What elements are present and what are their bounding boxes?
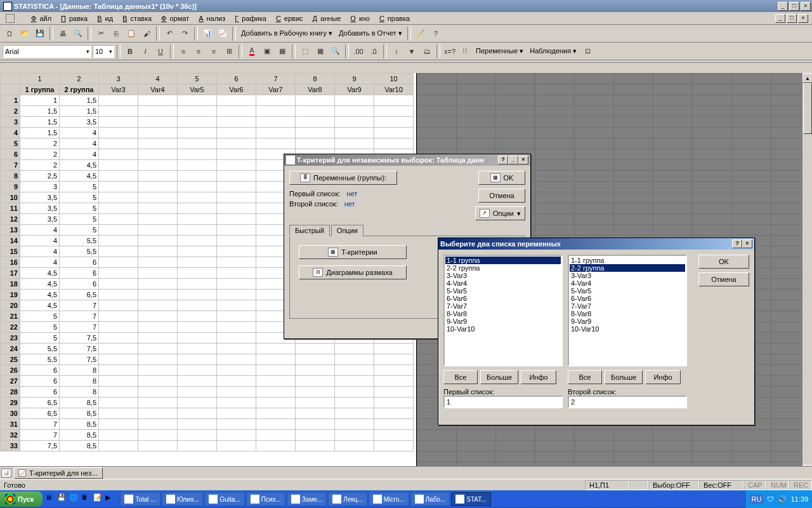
sort-icon[interactable]: ↕ bbox=[390, 44, 403, 58]
dialog2-cancel-button[interactable]: Отмена bbox=[698, 272, 749, 286]
decimal-inc-icon[interactable]: .00 bbox=[351, 44, 365, 58]
calc-icon[interactable]: 📊 bbox=[200, 27, 214, 41]
help-icon[interactable]: ? bbox=[429, 27, 443, 41]
var-list-2[interactable]: 1-1 группа2-2 группа3-Var34-Var45-Var56-… bbox=[568, 255, 687, 366]
ql-notes-icon[interactable]: 📝 bbox=[93, 493, 105, 505]
list-item[interactable]: 2-2 группа bbox=[570, 264, 685, 272]
list-item[interactable]: 1-1 группа bbox=[445, 257, 561, 264]
brush-icon[interactable]: 🖌 bbox=[140, 27, 154, 41]
dialog2-ok-button[interactable]: OK bbox=[698, 255, 749, 269]
dialog2-close-button[interactable]: × bbox=[742, 239, 752, 248]
ok-button[interactable]: ▦OK bbox=[478, 171, 525, 185]
new-icon[interactable]: 🗋 bbox=[3, 27, 16, 41]
task-button[interactable]: Псих... bbox=[246, 492, 285, 506]
add-report-button[interactable]: Добавить в Отчет ▾ bbox=[336, 29, 405, 37]
menu-справка[interactable]: Справка bbox=[373, 14, 413, 23]
fontsize-select[interactable]: 10 bbox=[93, 45, 114, 58]
paste-icon[interactable]: 📋 bbox=[124, 27, 138, 41]
list-item[interactable]: 9-Var9 bbox=[445, 318, 561, 325]
variables-button[interactable]: ≣ Переменные (группы): bbox=[289, 171, 397, 185]
close-button[interactable]: × bbox=[801, 2, 811, 11]
grid-icon[interactable]: ▦ bbox=[313, 44, 327, 58]
boxplot-button[interactable]: ⊟ Диаграммы размаха bbox=[299, 265, 407, 279]
list-item[interactable]: 5-Var5 bbox=[445, 287, 561, 295]
variables-menu[interactable]: Переменные ▾ bbox=[473, 47, 526, 55]
decimal-dec-icon[interactable]: .0 bbox=[367, 44, 381, 58]
cancel-button[interactable]: Отмена bbox=[478, 189, 525, 203]
filter-icon[interactable]: ▼ bbox=[405, 44, 419, 58]
menu-анализ[interactable]: Анализ bbox=[192, 14, 228, 23]
mdi-tab[interactable]: 📈 T-критерий для нез... bbox=[14, 467, 103, 479]
chart-icon[interactable]: 📈 bbox=[216, 27, 230, 41]
menu-вставка[interactable]: Вставка bbox=[116, 14, 155, 23]
list-item[interactable]: 4-Var4 bbox=[445, 279, 561, 287]
save-icon[interactable]: 💾 bbox=[33, 27, 47, 41]
misc1-icon[interactable]: x=? bbox=[443, 44, 457, 58]
tray-icon2[interactable]: 🔊 bbox=[778, 495, 787, 504]
task-button[interactable]: Лекц... bbox=[328, 492, 367, 506]
undo-icon[interactable]: ↶ bbox=[162, 27, 176, 41]
second-list-input[interactable] bbox=[568, 396, 687, 408]
menu-файл[interactable]: Файл bbox=[25, 14, 55, 23]
start-button[interactable]: Пуск bbox=[0, 491, 43, 507]
fillcolor-icon[interactable]: ▣ bbox=[260, 44, 274, 58]
eraser-icon[interactable]: 🧹 bbox=[414, 27, 428, 41]
bold-icon[interactable]: B bbox=[123, 44, 137, 58]
list2-all-button[interactable]: Все bbox=[568, 370, 602, 384]
list-item[interactable]: 2-2 группа bbox=[445, 264, 561, 272]
redo-icon[interactable]: ↷ bbox=[178, 27, 192, 41]
list-item[interactable]: 3-Var3 bbox=[570, 272, 685, 279]
list-item[interactable]: 10-Var10 bbox=[445, 325, 561, 333]
font-select[interactable]: Arial bbox=[3, 45, 91, 58]
list-item[interactable]: 8-Var8 bbox=[570, 310, 685, 318]
dialog-collapse-button[interactable]: _ bbox=[508, 156, 518, 164]
options-button[interactable]: ↗Опции ▾ bbox=[475, 206, 525, 220]
var-list-1[interactable]: 1-1 группа2-2 группа3-Var34-Var45-Var56-… bbox=[443, 255, 563, 366]
list-item[interactable]: 7-Var7 bbox=[570, 302, 685, 310]
italic-icon[interactable]: I bbox=[138, 44, 152, 58]
ql-desktop-icon[interactable]: 🖥 bbox=[45, 493, 56, 505]
copy-icon[interactable]: ⎘ bbox=[109, 27, 123, 41]
vars-icon[interactable]: 🗂 bbox=[420, 44, 434, 58]
preview-icon[interactable]: 🔍 bbox=[71, 27, 85, 41]
extra-icon[interactable]: ⊡ bbox=[580, 44, 594, 58]
list-item[interactable]: 1-1 группа bbox=[570, 257, 685, 264]
dialog-help-button[interactable]: ? bbox=[498, 156, 508, 164]
align-left-icon[interactable]: ≡ bbox=[176, 44, 190, 58]
tab-quick[interactable]: Быстрый bbox=[289, 225, 330, 236]
mdi-maximize-button[interactable]: □ bbox=[787, 14, 797, 23]
menu-графика[interactable]: Графика bbox=[228, 14, 270, 23]
open-icon[interactable]: 📂 bbox=[18, 27, 32, 41]
list-item[interactable]: 4-Var4 bbox=[570, 279, 685, 287]
border-icon[interactable]: ▦ bbox=[275, 44, 289, 58]
task-button[interactable]: Юлия... bbox=[162, 492, 204, 506]
add-workbook-button[interactable]: Добавить в Рабочую книгу ▾ bbox=[239, 29, 335, 37]
minimize-button[interactable]: _ bbox=[778, 2, 788, 11]
list-item[interactable]: 3-Var3 bbox=[445, 272, 561, 279]
observations-menu[interactable]: Наблюдения ▾ bbox=[527, 47, 579, 55]
task-button[interactable]: Total ... bbox=[120, 492, 160, 506]
mdi-close-button[interactable]: × bbox=[798, 14, 808, 23]
misc2-icon[interactable]: ⁝⁝ bbox=[458, 44, 472, 58]
ql-save-icon[interactable]: 💾 bbox=[57, 493, 69, 505]
list2-info-button[interactable]: Инфо bbox=[645, 370, 681, 384]
print-icon[interactable]: 🖶 bbox=[56, 27, 70, 41]
align-right-icon[interactable]: ≡ bbox=[207, 44, 221, 58]
task-button[interactable]: Micro... bbox=[369, 492, 409, 506]
menu-окно[interactable]: Окно bbox=[344, 14, 373, 23]
task-button[interactable]: Guita... bbox=[204, 492, 244, 506]
align-center-icon[interactable]: ≡ bbox=[192, 44, 206, 58]
list2-more-button[interactable]: Больше bbox=[605, 370, 643, 384]
fontcolor-icon[interactable]: A bbox=[245, 44, 259, 58]
scrollbar-vertical[interactable]: ▲ ▼ bbox=[802, 73, 812, 475]
dialog-close-button[interactable]: × bbox=[518, 156, 528, 164]
task-button[interactable]: Заме... bbox=[287, 492, 327, 506]
list-item[interactable]: 6-Var6 bbox=[570, 295, 685, 302]
first-list-input[interactable] bbox=[443, 396, 563, 408]
cut-icon[interactable]: ✂ bbox=[94, 27, 108, 41]
ql-media-icon[interactable]: ▶ bbox=[105, 493, 117, 505]
list1-info-button[interactable]: Инфо bbox=[521, 370, 556, 384]
list1-more-button[interactable]: Больше bbox=[480, 370, 518, 384]
menu-формат[interactable]: Формат bbox=[155, 14, 192, 23]
task-button[interactable]: STAT... bbox=[451, 492, 490, 506]
